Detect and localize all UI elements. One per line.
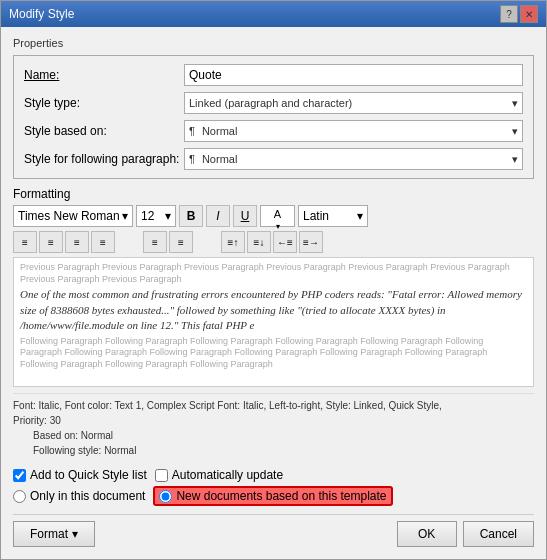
para-icon-following: ¶ — [189, 153, 195, 165]
align-left-button[interactable]: ≡ — [13, 231, 37, 253]
style-based-label: Style based on: — [24, 124, 184, 138]
only-in-document-item[interactable]: Only in this document — [13, 489, 145, 503]
format-label: Format — [30, 527, 68, 541]
alignment-toolbar: ≡ ≡ ≡ ≡ ≡ ≡ ≡↑ ≡↓ ←≡ ≡→ — [13, 231, 534, 253]
dialog-body: Properties Name: Style type: Linked (par… — [1, 27, 546, 559]
bottom-options: Add to Quick Style list Automatically up… — [13, 468, 534, 506]
ok-cancel-group: OK Cancel — [397, 521, 534, 547]
properties-section-label: Properties — [13, 37, 534, 49]
style-info-line1: Font: Italic, Font color: Text 1, Comple… — [13, 398, 534, 413]
add-quick-style-checkbox[interactable] — [13, 469, 26, 482]
line-spacing-increase-button[interactable]: ≡↓ — [247, 231, 271, 253]
font-color-label: A — [274, 208, 281, 220]
formatting-label: Formatting — [13, 187, 534, 201]
line-spacing-decrease-button[interactable]: ≡↑ — [221, 231, 245, 253]
only-in-document-label: Only in this document — [30, 489, 145, 503]
style-type-value: Linked (paragraph and character) — [189, 97, 352, 109]
add-quick-style-label: Add to Quick Style list — [30, 468, 147, 482]
style-info-based: Based on: Normal — [33, 428, 534, 443]
color-arrow: ▾ — [276, 222, 280, 231]
new-documents-highlight[interactable]: New documents based on this template — [153, 486, 392, 506]
help-button[interactable]: ? — [500, 5, 518, 23]
underline-button[interactable]: U — [233, 205, 257, 227]
format-button[interactable]: Format ▾ — [13, 521, 95, 547]
font-color-select[interactable]: A ▾ — [260, 205, 295, 227]
font-size-select[interactable]: 12 ▾ — [136, 205, 176, 227]
add-quick-style-item[interactable]: Add to Quick Style list — [13, 468, 147, 482]
name-row: Name: — [24, 64, 523, 86]
cancel-button[interactable]: Cancel — [463, 521, 534, 547]
new-documents-label: New documents based on this template — [176, 489, 386, 503]
footer: Format ▾ OK Cancel — [13, 514, 534, 549]
preview-box: Previous Paragraph Previous Paragraph Pr… — [13, 257, 534, 387]
font-name: Times New Roman — [18, 209, 120, 223]
align-left-indent-button[interactable]: ≡ — [143, 231, 167, 253]
script-label: Latin — [303, 209, 329, 223]
formatting-section: Formatting Times New Roman ▾ 12 ▾ B I U … — [13, 187, 534, 387]
style-type-arrow: ▾ — [512, 97, 518, 110]
font-size: 12 — [141, 209, 154, 223]
para-icon-based: ¶ — [189, 125, 195, 137]
radio-row: Only in this document New documents base… — [13, 486, 534, 506]
script-select[interactable]: Latin ▾ — [298, 205, 368, 227]
new-documents-radio[interactable] — [159, 490, 172, 503]
checkbox-row: Add to Quick Style list Automatically up… — [13, 468, 534, 482]
format-arrow: ▾ — [72, 527, 78, 541]
close-button[interactable]: ✕ — [520, 5, 538, 23]
style-type-row: Style type: Linked (paragraph and charac… — [24, 92, 523, 114]
dialog-title: Modify Style — [9, 7, 74, 21]
style-following-label: Style for following paragraph: — [24, 152, 184, 166]
only-in-document-radio[interactable] — [13, 490, 26, 503]
ok-button[interactable]: OK — [397, 521, 457, 547]
font-select-arrow: ▾ — [122, 209, 128, 223]
style-info-following: Following style: Normal — [33, 443, 534, 458]
style-following-value: Normal — [202, 153, 237, 165]
align-spacer — [117, 231, 141, 253]
script-arrow: ▾ — [357, 209, 363, 223]
italic-button[interactable]: I — [206, 205, 230, 227]
title-bar: Modify Style ? ✕ — [1, 1, 546, 27]
style-following-row: Style for following paragraph: ¶ Normal … — [24, 148, 523, 170]
title-bar-buttons: ? ✕ — [500, 5, 538, 23]
preview-previous: Previous Paragraph Previous Paragraph Pr… — [20, 262, 527, 285]
style-info: Font: Italic, Font color: Text 1, Comple… — [13, 393, 534, 462]
align-justify-button[interactable]: ≡ — [91, 231, 115, 253]
style-based-value: Normal — [202, 125, 237, 137]
style-based-select[interactable]: ¶ Normal ▾ — [184, 120, 523, 142]
preview-following: Following Paragraph Following Paragraph … — [20, 336, 527, 371]
bold-button[interactable]: B — [179, 205, 203, 227]
auto-update-checkbox[interactable] — [155, 469, 168, 482]
modify-style-dialog: Modify Style ? ✕ Properties Name: Style … — [0, 0, 547, 560]
align-center-button[interactable]: ≡ — [39, 231, 63, 253]
style-based-row: Style based on: ¶ Normal ▾ — [24, 120, 523, 142]
style-info-line2: Priority: 30 — [13, 413, 534, 428]
font-select[interactable]: Times New Roman ▾ — [13, 205, 133, 227]
font-toolbar-row: Times New Roman ▾ 12 ▾ B I U A ▾ Latin ▾ — [13, 205, 534, 227]
align-right-button[interactable]: ≡ — [65, 231, 89, 253]
name-label: Name: — [24, 68, 184, 82]
new-documents-item[interactable]: New documents based on this template — [159, 489, 386, 503]
style-following-select[interactable]: ¶ Normal ▾ — [184, 148, 523, 170]
indent-decrease-button[interactable]: ←≡ — [273, 231, 297, 253]
preview-main-text: One of the most common and frustrating e… — [20, 287, 527, 333]
size-select-arrow: ▾ — [165, 209, 171, 223]
auto-update-label: Automatically update — [172, 468, 283, 482]
align-right-indent-button[interactable]: ≡ — [169, 231, 193, 253]
style-based-arrow: ▾ — [512, 125, 518, 138]
name-input[interactable] — [184, 64, 523, 86]
spacer2 — [195, 231, 219, 253]
properties-group: Name: Style type: Linked (paragraph and … — [13, 55, 534, 179]
indent-increase-button[interactable]: ≡→ — [299, 231, 323, 253]
auto-update-item[interactable]: Automatically update — [155, 468, 283, 482]
style-type-label: Style type: — [24, 96, 184, 110]
style-type-select[interactable]: Linked (paragraph and character) ▾ — [184, 92, 523, 114]
style-following-arrow: ▾ — [512, 153, 518, 166]
